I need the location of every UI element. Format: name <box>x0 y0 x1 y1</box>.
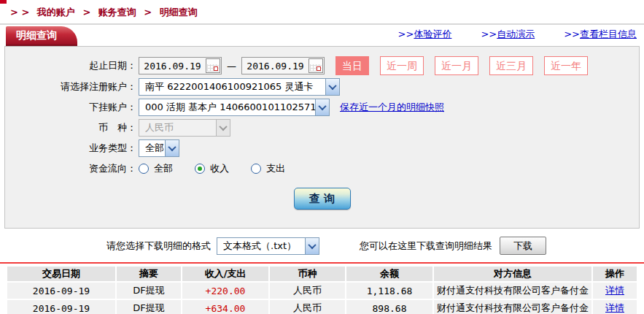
cell-currency: 人民币 <box>270 300 345 314</box>
register-account-row: 请选择注册账户： 南平 6222001406100921065 灵通卡 <box>5 78 639 96</box>
sub-account-value: 000 活期 基本户 1406600101102571848 <box>139 99 315 115</box>
cell-balance: 1,118.68 <box>346 283 432 299</box>
date-from-input[interactable]: 2016.09.19 <box>139 57 222 74</box>
download-row: 请您选择下载明细的格式 文本格式（.txt） 您可以在这里下载查询明细结果 下载 <box>0 237 644 255</box>
detail-link[interactable]: 详情 <box>605 302 624 313</box>
sub-account-row: 下挂账户： 000 活期 基本户 1406600101102571848 保存近… <box>5 99 639 116</box>
currency-select: 人民币 <box>139 119 230 137</box>
currency-row: 币 种： 人民币 <box>5 119 639 137</box>
cell-date: 2016-09-19 <box>7 300 115 314</box>
register-account-select[interactable]: 南平 6222001406100921065 灵通卡 <box>139 78 340 96</box>
flow-radio-expense-label: 支出 <box>266 162 285 175</box>
quick-range-3months-button[interactable]: 近三月 <box>489 56 533 75</box>
link-experience-review[interactable]: >>体验评价 <box>398 28 452 41</box>
download-format-value: 文本格式（.txt） <box>217 238 305 254</box>
register-account-value: 南平 6222001406100921065 灵通卡 <box>139 79 325 95</box>
currency-value: 人民币 <box>139 120 216 136</box>
date-range-dash: — <box>227 61 236 72</box>
currency-label: 币 种： <box>5 121 136 134</box>
fund-flow-row: 资金流向： 全部 收入 支出 <box>5 160 639 177</box>
cell-balance: 898.68 <box>346 300 432 314</box>
col-header-counterparty: 对方信息 <box>434 267 591 281</box>
save-snapshot-link[interactable]: 保存近一个月的明细快照 <box>340 101 444 114</box>
biz-type-row: 业务类型： 全部 <box>5 139 639 157</box>
col-header-date: 交易日期 <box>7 267 115 281</box>
radio-icon <box>251 164 261 174</box>
flow-radio-all[interactable]: 全部 <box>139 162 173 175</box>
table-header-row: 交易日期 摘要 收入/支出 币种 余额 对方信息 操作 <box>7 267 637 281</box>
tab-detail-query[interactable]: 明细查询 <box>6 26 77 46</box>
calendar-icon[interactable] <box>309 58 323 73</box>
col-header-currency: 币种 <box>270 267 345 281</box>
link-arrows: >> <box>481 28 497 39</box>
red-divider <box>0 262 644 264</box>
link-arrows: >> <box>564 28 580 39</box>
breadcrumb-separator: > <box>144 7 152 18</box>
link-view-column-info[interactable]: >>查看栏目信息 <box>564 28 637 41</box>
col-header-action: 操作 <box>593 267 637 281</box>
chevron-down-icon <box>315 99 329 115</box>
quick-range-year-button[interactable]: 近一年 <box>544 56 588 75</box>
date-to-input[interactable]: 2016.09.19 <box>241 57 325 74</box>
link-arrows: >> <box>398 28 414 39</box>
biz-type-label: 业务类型： <box>5 142 136 155</box>
biz-type-value: 全部 <box>139 140 165 156</box>
tab-title: 明细查询 <box>16 29 57 41</box>
query-button[interactable]: 查 询 <box>294 188 351 210</box>
date-from-value: 2016.09.19 <box>139 61 206 72</box>
breadcrumb-arrows: > > <box>10 7 29 18</box>
radio-checked-icon <box>195 164 205 174</box>
link-label: 自动演示 <box>497 28 535 39</box>
flow-radio-all-label: 全部 <box>154 162 173 175</box>
col-header-summary: 摘要 <box>117 267 181 281</box>
link-auto-demo[interactable]: >>自动演示 <box>481 28 535 41</box>
fund-flow-label: 资金流向： <box>5 162 136 175</box>
quick-range-week-button[interactable]: 近一周 <box>380 56 424 75</box>
breadcrumb-separator: > <box>82 7 90 18</box>
register-account-label: 请选择注册账户： <box>5 80 136 93</box>
download-format-label: 请您选择下载明细的格式 <box>106 240 211 253</box>
tab-row: 明细查询 >>体验评价 >>自动演示 >>查看栏目信息 <box>0 26 644 46</box>
link-label: 查看栏目信息 <box>580 28 637 39</box>
cell-date: 2016-09-19 <box>7 283 115 299</box>
quick-range-month-button[interactable]: 近一月 <box>435 56 478 75</box>
query-button-row: 查 询 <box>5 188 639 210</box>
query-form-panel: 起止日期： 2016.09.19 — 2016.09.19 当日 近一周 近一月… <box>4 46 640 229</box>
cell-amount: +634.00 <box>182 300 268 314</box>
chevron-down-icon <box>216 120 230 136</box>
flow-radio-income[interactable]: 收入 <box>195 162 229 175</box>
breadcrumb-account-query[interactable]: 账务查询 <box>98 7 136 18</box>
download-format-select[interactable]: 文本格式（.txt） <box>217 237 319 255</box>
link-label: 体验评价 <box>414 28 451 39</box>
breadcrumb-detail-query[interactable]: 明细查询 <box>160 7 198 18</box>
chevron-down-icon <box>305 238 319 254</box>
date-to-value: 2016.09.19 <box>242 61 309 72</box>
col-header-amount: 收入/支出 <box>182 267 268 281</box>
breadcrumb-my-account[interactable]: 我的账户 <box>37 7 75 18</box>
calendar-icon[interactable] <box>206 58 220 73</box>
cell-summary: DF提现 <box>117 300 181 314</box>
table-row: 2016-09-19 DF提现 +634.00 人民币 898.68 财付通支付… <box>7 300 637 314</box>
flow-radio-income-label: 收入 <box>210 162 229 175</box>
corner-decoration <box>0 0 7 4</box>
radio-icon <box>139 164 149 174</box>
detail-link[interactable]: 详情 <box>605 285 624 296</box>
cell-currency: 人民币 <box>270 283 345 299</box>
col-header-balance: 余额 <box>346 267 432 281</box>
breadcrumb: > > 我的账户 > 账务查询 > 明细查询 <box>0 0 644 25</box>
transactions-table: 交易日期 摘要 收入/支出 币种 余额 对方信息 操作 2016-09-19 D… <box>6 265 638 314</box>
detail-query-page: > > 我的账户 > 账务查询 > 明细查询 明细查询 >>体验评价 >>自动演… <box>0 0 644 314</box>
biz-type-select[interactable]: 全部 <box>139 139 179 157</box>
download-hint: 您可以在这里下载查询明细结果 <box>360 240 492 253</box>
header-links: >>体验评价 >>自动演示 >>查看栏目信息 <box>398 28 644 46</box>
quick-range-today-button[interactable]: 当日 <box>335 56 369 75</box>
cell-counterparty: 财付通支付科技有限公司客户备付金 <box>434 300 591 314</box>
cell-counterparty: 财付通支付科技有限公司客户备付金 <box>434 283 591 299</box>
sub-account-select[interactable]: 000 活期 基本户 1406600101102571848 <box>139 99 330 116</box>
download-button[interactable]: 下载 <box>500 237 546 255</box>
cell-summary: DF提现 <box>117 283 181 299</box>
chevron-down-icon <box>165 140 179 156</box>
date-range-label: 起止日期： <box>5 59 136 72</box>
sub-account-label: 下挂账户： <box>5 101 136 114</box>
flow-radio-expense[interactable]: 支出 <box>251 162 285 175</box>
